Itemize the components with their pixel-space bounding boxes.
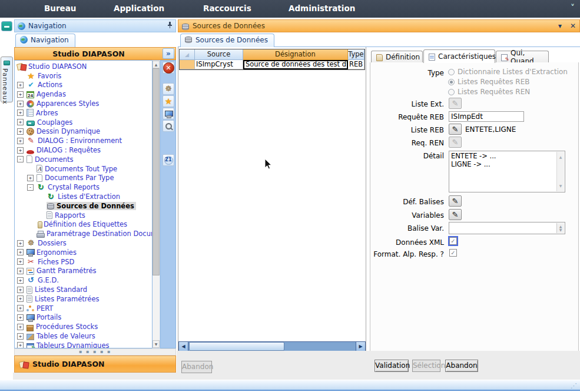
balise-var-spinner[interactable]: ▲▼: [556, 223, 564, 233]
expand-icon[interactable]: +: [17, 287, 24, 293]
scroll-up-icon[interactable]: ▲: [153, 61, 160, 68]
close-icon[interactable]: ✕: [570, 22, 576, 30]
expand-group-button[interactable]: »: [163, 48, 174, 59]
tree-item[interactable]: -Crystal Reports: [15, 182, 152, 192]
tree-scrollbar[interactable]: ▲ ▼: [152, 60, 160, 348]
row-selector-header[interactable]: ◢: [180, 49, 195, 60]
spin-down-icon[interactable]: ▼: [557, 228, 564, 232]
tree-item[interactable]: +Agendas: [15, 89, 152, 99]
tab-definition[interactable]: Définition: [371, 51, 423, 63]
tree-item[interactable]: Documents Tout Type: [15, 164, 152, 174]
expand-icon[interactable]: +: [17, 342, 24, 348]
row-selector-cell[interactable]: [180, 60, 195, 69]
menu-item-application[interactable]: Application: [114, 4, 164, 13]
tree-item[interactable]: +Actions: [15, 81, 152, 90]
tree-item[interactable]: +Portails: [15, 313, 152, 323]
tree-item[interactable]: +Listes Paramétrées: [15, 294, 152, 304]
expand-icon[interactable]: +: [17, 91, 24, 98]
balise-var-input[interactable]: ▲▼: [449, 222, 565, 234]
expand-icon[interactable]: +: [17, 128, 24, 135]
tab-navigation[interactable]: Navigation: [15, 34, 75, 47]
radio-button[interactable]: [448, 79, 455, 85]
tree-item[interactable]: +DIALOG : Environnement: [15, 136, 152, 145]
expand-icon[interactable]: +: [17, 295, 24, 302]
tree-item[interactable]: Listes d'Extraction: [15, 192, 152, 201]
tree-item[interactable]: +PERT: [15, 304, 152, 313]
cell-designation[interactable]: Source de données des test d'édition: [243, 60, 348, 69]
monitor-button[interactable]: [163, 108, 174, 119]
expand-icon[interactable]: +: [17, 101, 24, 107]
expand-icon[interactable]: +: [17, 119, 24, 125]
expand-icon[interactable]: +: [17, 333, 24, 340]
detail-scrollbar[interactable]: ▲▼: [556, 152, 564, 191]
tree-item[interactable]: +Couplages: [15, 118, 152, 127]
tree-item[interactable]: +G.E.D.: [15, 275, 152, 285]
expand-icon[interactable]: +: [17, 314, 24, 321]
chevron-down-icon[interactable]: ˅: [571, 3, 575, 12]
scroll-down-icon[interactable]: ▼: [557, 182, 564, 190]
expand-icon[interactable]: +: [17, 82, 24, 88]
scroll-left-icon[interactable]: ◀: [179, 342, 188, 351]
tree-item[interactable]: Sources de Données: [15, 201, 152, 211]
scroll-up-icon[interactable]: ▲: [557, 153, 564, 161]
expand-icon[interactable]: +: [17, 258, 24, 265]
tree-scrollbar-thumb[interactable]: [153, 68, 160, 275]
expand-icon[interactable]: +: [17, 277, 24, 284]
expand-icon[interactable]: +: [17, 249, 24, 255]
tab-sources-de-donnees[interactable]: Sources de Données: [180, 34, 274, 47]
horizontal-scrollbar[interactable]: ◀ ▶: [178, 341, 366, 351]
column-header-source[interactable]: Source: [195, 49, 243, 60]
liste-reb-edit-button[interactable]: [449, 124, 462, 135]
expand-icon[interactable]: +: [27, 175, 34, 181]
tree-item[interactable]: +Dossiers: [15, 238, 152, 248]
scroll-right-icon[interactable]: ▶: [356, 342, 365, 351]
requete-reb-input[interactable]: ISImpEdt: [449, 111, 524, 122]
z1-button[interactable]: Z1: [163, 154, 174, 166]
scroll-down-icon[interactable]: ▼: [153, 340, 160, 348]
cell-source[interactable]: ISImpCryst: [195, 60, 243, 69]
def-balises-edit-button[interactable]: [449, 195, 462, 207]
pin-icon[interactable]: [167, 21, 173, 31]
wheel-button[interactable]: [163, 83, 174, 95]
abandon-button[interactable]: Abandon: [445, 360, 478, 372]
donnees-xml-checkbox[interactable]: ✓: [449, 237, 457, 245]
expand-icon[interactable]: +: [17, 138, 24, 144]
column-header-designation[interactable]: Désignation: [243, 49, 348, 60]
tree-item[interactable]: +Fiches PSD: [15, 257, 152, 267]
tree-item[interactable]: +Documents Par Type: [15, 174, 152, 183]
tree-item[interactable]: +Apparences Styles: [15, 99, 152, 108]
collapse-icon[interactable]: -: [17, 156, 24, 162]
validation-button[interactable]: Validation: [374, 360, 409, 372]
studio-bottom-bar[interactable]: Studio DIAPASON: [14, 356, 176, 373]
tab-caracteristiques[interactable]: Caractéristiques: [423, 49, 495, 63]
tree-item[interactable]: Favoris: [15, 71, 152, 81]
tree-item[interactable]: Studio DIAPASON: [15, 62, 152, 71]
tree-item[interactable]: -Documents: [15, 155, 152, 164]
tree-item[interactable]: +Ergonomies: [15, 248, 152, 257]
tree-item[interactable]: +DIALOG : Requêtes: [15, 145, 152, 155]
tree-item[interactable]: Définition des Etiquettes: [15, 220, 152, 230]
panneaux-vertical-tab[interactable]: Panneaux: [1, 57, 13, 102]
tree-item[interactable]: +Gantt Paramétrés: [15, 267, 152, 276]
window-menu-icon[interactable]: ▾: [558, 22, 562, 30]
horizontal-scrollbar-thumb[interactable]: [189, 342, 284, 351]
star-button[interactable]: [163, 95, 174, 107]
expand-icon[interactable]: +: [17, 305, 24, 311]
tree-item[interactable]: +Tables de Valeurs: [15, 331, 152, 341]
tree-item[interactable]: +Arbres: [15, 108, 152, 118]
table-row[interactable]: ISImpCryst Source de données des test d'…: [180, 60, 364, 69]
cell-type[interactable]: REB: [348, 60, 364, 69]
detail-textarea[interactable]: ENTETE -> ... LIGNE -> ... ▲▼: [449, 151, 565, 192]
menu-item-administration[interactable]: Administration: [289, 4, 355, 13]
close-red-button[interactable]: [163, 62, 174, 74]
expand-icon[interactable]: +: [17, 268, 24, 274]
radio-button[interactable]: [448, 89, 455, 95]
format-alp-checkbox[interactable]: ✓: [449, 249, 457, 257]
expand-icon[interactable]: +: [17, 109, 24, 116]
radio-button[interactable]: [448, 69, 455, 75]
tree-item[interactable]: +Dessin Dynamique: [15, 127, 152, 137]
menu-item-raccourcis[interactable]: Raccourcis: [203, 4, 251, 13]
collapse-icon[interactable]: -: [27, 184, 34, 191]
tree-item[interactable]: +Tableurs Dynamiques: [15, 341, 152, 348]
expand-icon[interactable]: +: [17, 147, 24, 154]
